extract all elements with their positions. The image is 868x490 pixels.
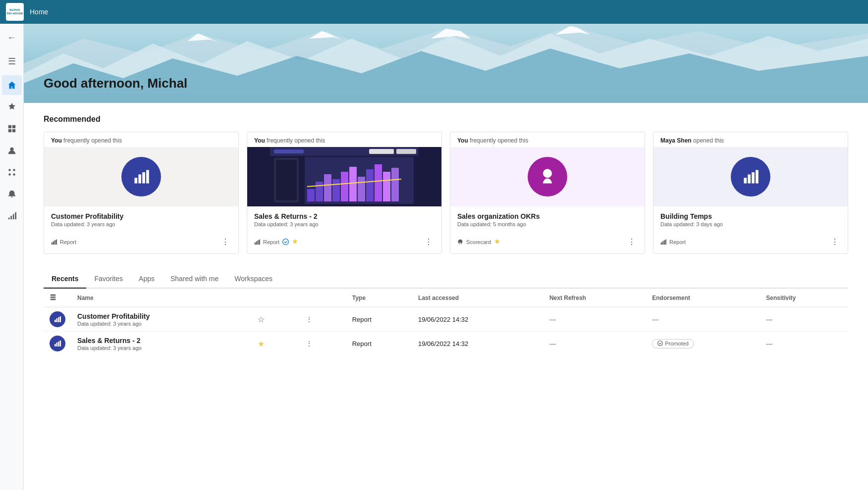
card-2-more-button[interactable]: ⋮ — [423, 235, 434, 248]
row2-star-cell: ★ — [250, 332, 298, 356]
card-3-opener: You — [457, 137, 468, 144]
card-1-name: Customer Profitability — [51, 212, 231, 220]
row1-name: Customer Profitability — [77, 312, 244, 320]
svg-point-54 — [546, 172, 549, 175]
card-1-more-button[interactable]: ⋮ — [219, 235, 231, 248]
card-4-more-button[interactable]: ⋮ — [829, 235, 841, 248]
col-name: Name — [71, 289, 250, 307]
sidebar-back[interactable]: ← — [2, 28, 22, 48]
sidebar-people[interactable] — [2, 141, 22, 160]
card-3-body: Sales organization OKRs Data updated: 5 … — [450, 206, 645, 232]
row1-icon-cell — [44, 307, 71, 332]
sidebar-apps[interactable] — [2, 162, 22, 182]
card-2-type: Report — [254, 239, 298, 245]
svg-rect-65 — [58, 317, 59, 322]
table-row: Customer Profitability Data updated: 3 y… — [44, 307, 848, 332]
svg-rect-56 — [748, 175, 751, 184]
svg-rect-45 — [375, 164, 382, 201]
card-3-subtitle: Data updated: 5 months ago — [457, 221, 638, 227]
svg-rect-1 — [12, 125, 15, 128]
tab-favorites[interactable]: Favorites — [86, 270, 131, 289]
sidebar-menu[interactable]: ☰ — [2, 51, 22, 71]
row2-subtitle: Data updated: 3 years ago — [77, 345, 244, 351]
recommended-card-4[interactable]: Maya Shen opened this Building Temps Dat… — [653, 132, 848, 254]
svg-rect-38 — [316, 182, 323, 201]
svg-rect-46 — [383, 172, 390, 201]
svg-rect-59 — [661, 242, 662, 245]
col-icon — [44, 289, 71, 307]
card-1-opener: You — [51, 137, 62, 144]
row1-more-button[interactable]: ⋮ — [304, 313, 315, 325]
svg-rect-41 — [341, 172, 348, 201]
sidebar-favorites[interactable] — [2, 97, 22, 117]
tab-recents[interactable]: Recents — [44, 270, 86, 289]
card-3-icon — [528, 157, 567, 196]
row2-type: Report — [346, 332, 412, 356]
svg-rect-11 — [12, 214, 14, 219]
svg-rect-22 — [138, 175, 141, 184]
svg-rect-44 — [366, 169, 374, 201]
svg-rect-39 — [324, 174, 331, 201]
svg-rect-32 — [369, 149, 394, 154]
row1-star-cell: ☆ — [250, 307, 298, 332]
promoted-badge: Promoted — [652, 339, 694, 348]
card-3-type: Scorecard — [457, 239, 500, 245]
row2-last-accessed: 19/06/2022 14:32 — [412, 332, 543, 356]
svg-rect-33 — [396, 149, 416, 154]
svg-point-6 — [13, 169, 15, 171]
svg-rect-62 — [665, 239, 666, 245]
row2-star-button[interactable]: ★ — [256, 338, 267, 350]
card-1-footer: Report ⋮ — [44, 232, 238, 253]
row2-sensitivity: — — [760, 332, 848, 356]
recommended-cards: You frequently opened this Customer Prof… — [44, 132, 848, 254]
recommended-card-1[interactable]: You frequently opened this Customer Prof… — [44, 132, 239, 254]
col-endorsement: Endorsement — [646, 289, 760, 307]
card-1-subtitle: Data updated: 3 years ago — [51, 221, 231, 227]
card-2-opener-suffix: frequently opened this — [265, 137, 325, 144]
card-3-more-button[interactable]: ⋮ — [626, 235, 638, 248]
svg-point-5 — [8, 169, 11, 171]
svg-rect-63 — [54, 320, 56, 322]
svg-point-8 — [13, 173, 15, 176]
recommended-card-2[interactable]: You frequently opened this — [247, 132, 442, 254]
page-title: Home — [30, 8, 48, 16]
svg-rect-47 — [391, 168, 399, 201]
row1-sensitivity: — — [760, 307, 848, 332]
svg-rect-50 — [256, 241, 257, 245]
card-3-name: Sales organization OKRs — [457, 212, 638, 220]
row2-endorsement: Promoted — [646, 332, 760, 356]
svg-rect-25 — [52, 242, 53, 245]
svg-rect-31 — [274, 149, 304, 153]
sidebar-metrics[interactable] — [2, 206, 22, 226]
row1-star-button[interactable]: ☆ — [256, 313, 267, 326]
svg-point-7 — [8, 173, 11, 176]
svg-point-53 — [283, 239, 289, 245]
card-2-opener: You — [254, 137, 265, 144]
card-3-header: You frequently opened this — [450, 132, 645, 147]
table-row: Sales & Returns - 2 Data updated: 3 year… — [44, 332, 848, 356]
sidebar-browse[interactable] — [2, 119, 22, 139]
row1-icon — [50, 311, 65, 327]
recommended-card-3[interactable]: You frequently opened this Sales organiz… — [450, 132, 645, 254]
svg-rect-58 — [756, 170, 759, 184]
tab-shared[interactable]: Shared with me — [163, 270, 226, 289]
card-1-header: You frequently opened this — [44, 132, 238, 147]
sidebar-home[interactable] — [2, 75, 22, 95]
card-4-footer: Report ⋮ — [653, 232, 848, 253]
sidebar-notifications[interactable] — [2, 184, 22, 204]
tab-apps[interactable]: Apps — [131, 270, 163, 289]
row2-more-button[interactable]: ⋮ — [304, 338, 315, 349]
row1-endorsement: — — [646, 307, 760, 332]
hero-banner: Good afternoon, Michal — [24, 24, 868, 103]
svg-rect-68 — [56, 343, 58, 346]
tab-workspaces[interactable]: Workspaces — [226, 270, 280, 289]
svg-rect-64 — [56, 318, 58, 322]
svg-point-71 — [658, 341, 663, 345]
row1-name-cell: Customer Profitability Data updated: 3 y… — [71, 307, 250, 332]
row1-more-cell: ⋮ — [298, 307, 346, 332]
svg-rect-42 — [349, 167, 357, 201]
card-3-footer: Scorecard ⋮ — [450, 232, 645, 253]
svg-rect-55 — [744, 178, 747, 183]
row2-name: Sales & Returns - 2 — [77, 337, 244, 344]
card-1-thumbnail — [44, 147, 238, 206]
